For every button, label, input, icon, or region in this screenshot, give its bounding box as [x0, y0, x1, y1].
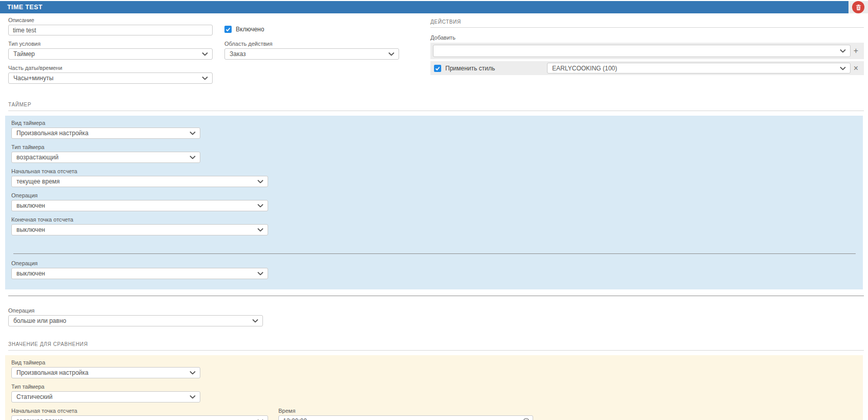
chevron-down-icon — [257, 228, 263, 232]
comparison-rule — [8, 350, 864, 351]
operation2-value: выключен — [16, 270, 45, 277]
main-form: Описание Включено Тип условия Тайм — [0, 13, 868, 89]
cmp-start-point-label: Начальная точка отсчета — [11, 408, 268, 414]
timer-section-title: ТАЙМЕР — [8, 102, 31, 107]
header-actions-zone — [848, 1, 868, 13]
enabled-checkbox[interactable] — [224, 26, 232, 33]
datetime-part-label: Часть даты/времени — [8, 65, 213, 71]
timer-type-value: возрастающий — [16, 154, 59, 161]
cmp-timer-type-label: Тип таймера — [11, 384, 200, 390]
condition-type-value: Таймер — [13, 50, 35, 58]
timer-kind-select[interactable]: Произвольная настройка — [11, 127, 200, 139]
cmp-start-point-select[interactable]: заданное время — [11, 415, 268, 420]
actions-section-title: ДЕЙСТВИЯ — [430, 19, 864, 25]
add-action-select[interactable] — [433, 45, 851, 57]
comparison-operation-value: больше или равно — [13, 317, 66, 324]
check-icon — [225, 27, 231, 32]
remove-action-button[interactable]: × — [851, 64, 861, 72]
enabled-label: Включено — [236, 26, 264, 33]
chevron-down-icon — [840, 49, 846, 53]
timer-kind-label: Вид таймера — [11, 120, 200, 126]
start-point-label: Начальная точка отсчета — [11, 168, 268, 174]
timer-type-label: Тип таймера — [11, 144, 200, 150]
add-action-button[interactable]: + — [851, 47, 861, 55]
operation2-label: Операция — [11, 260, 268, 266]
comparison-operation-field: Операция больше или равно — [8, 307, 263, 326]
scope-select[interactable]: Заказ — [224, 48, 399, 60]
operation-value: выключен — [16, 202, 45, 209]
cmp-timer-type-value: Статический — [16, 393, 52, 400]
end-point-select[interactable]: выключен — [11, 224, 268, 235]
chevron-down-icon — [202, 77, 208, 80]
chevron-down-icon — [840, 66, 846, 70]
check-icon — [435, 66, 440, 71]
apply-style-row: Применить стиль EARLYCOOKING (100) × — [430, 61, 864, 75]
after-timer-divider — [8, 296, 864, 296]
time-input[interactable] — [278, 415, 533, 420]
time-label: Время — [278, 408, 533, 414]
clock-icon[interactable] — [523, 417, 530, 420]
end-point-value: выключен — [16, 226, 45, 233]
operation-label: Операция — [11, 192, 268, 198]
chevron-down-icon — [190, 371, 196, 375]
apply-style-value: EARLYCOOKING (100) — [552, 65, 617, 72]
chevron-down-icon — [202, 52, 208, 56]
cmp-timer-type-select[interactable]: Статический — [11, 391, 200, 403]
window-header: TIME TEST — [0, 1, 868, 13]
chevron-down-icon — [190, 132, 196, 135]
add-action-label: Добавить — [430, 34, 864, 41]
delete-button[interactable] — [852, 1, 864, 13]
scope-value: Заказ — [230, 50, 246, 58]
chevron-down-icon — [388, 52, 394, 56]
timer-rule — [8, 111, 864, 111]
timer-type-select[interactable]: возрастающий — [11, 152, 200, 163]
chevron-down-icon — [257, 204, 263, 208]
add-action-row: + — [430, 43, 864, 59]
comparison-operation-select[interactable]: больше или равно — [8, 315, 263, 326]
chevron-down-icon — [257, 272, 263, 276]
operation-select[interactable]: выключен — [11, 200, 268, 211]
apply-style-checkbox[interactable] — [434, 65, 441, 72]
datetime-part-value: Часы+минуты — [13, 75, 53, 82]
timer-panel-divider — [13, 253, 856, 254]
actions-section: ДЕЙСТВИЯ Добавить + Применить стиль — [430, 17, 864, 89]
timer-section-head: ТАЙМЕР — [8, 99, 864, 111]
condition-type-label: Тип условия — [8, 41, 213, 47]
timer-kind-value: Произвольная настройка — [16, 130, 88, 137]
operation2-select[interactable]: выключен — [11, 268, 268, 279]
chevron-down-icon — [190, 156, 196, 159]
description-input[interactable] — [8, 25, 213, 35]
page-title: TIME TEST — [0, 1, 848, 13]
cmp-timer-kind-label: Вид таймера — [11, 359, 200, 366]
apply-style-label: Применить стиль — [445, 65, 495, 72]
timer-panel: Вид таймера Произвольная настройка Тип т… — [5, 116, 863, 289]
chevron-down-icon — [257, 180, 263, 184]
apply-style-select[interactable]: EARLYCOOKING (100) — [547, 63, 851, 74]
comparison-section-head: ЗНАЧЕНИЕ ДЛЯ СРАВНЕНИЯ — [8, 339, 864, 351]
scope-label: Область действия — [224, 41, 399, 47]
chevron-down-icon — [190, 395, 196, 399]
comparison-operation-label: Операция — [8, 307, 263, 314]
comparison-section-title: ЗНАЧЕНИЕ ДЛЯ СРАВНЕНИЯ — [8, 341, 88, 347]
end-point-label: Конечная точка отсчета — [11, 216, 268, 223]
datetime-part-select[interactable]: Часы+минуты — [8, 72, 213, 84]
general-settings: Описание Включено Тип условия Тайм — [8, 17, 430, 89]
cmp-start-point-value: заданное время — [16, 417, 63, 420]
comparison-panel: Вид таймера Произвольная настройка Тип т… — [5, 355, 863, 420]
chevron-down-icon — [252, 319, 258, 323]
cmp-timer-kind-value: Произвольная настройка — [16, 369, 88, 376]
start-point-select[interactable]: текущее время — [11, 176, 268, 187]
trash-icon — [855, 4, 862, 11]
actions-rule — [430, 27, 864, 28]
condition-type-select[interactable]: Таймер — [8, 48, 213, 60]
cmp-timer-kind-select[interactable]: Произвольная настройка — [11, 367, 200, 378]
description-label: Описание — [8, 17, 213, 23]
start-point-value: текущее время — [16, 178, 60, 185]
